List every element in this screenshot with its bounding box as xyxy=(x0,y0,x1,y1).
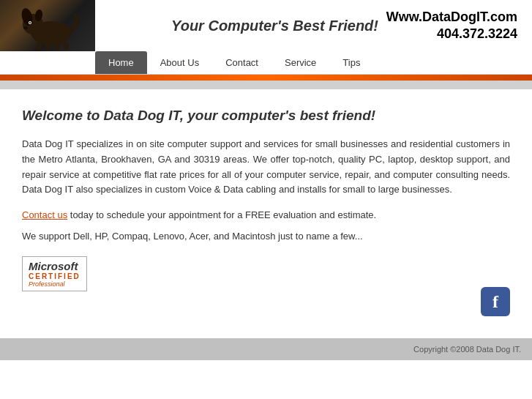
svg-rect-4 xyxy=(37,42,42,50)
header: Your Computer's Best Friend! Www.DataDog… xyxy=(0,0,532,51)
support-text: We support Dell, HP, Compaq, Lenovo, Ace… xyxy=(22,231,510,242)
microsoft-logo: Microsoft xyxy=(29,260,78,272)
ms-badge: Microsoft CERTIFIED Professional xyxy=(22,256,87,291)
gray-divider xyxy=(0,81,532,89)
svg-point-10 xyxy=(23,26,28,29)
website-text: Www.DataDogIT.com xyxy=(386,9,517,26)
contact-line-suffix: today to schedule your appointment for a… xyxy=(67,209,376,220)
footer-copyright: Copyright ©2008 Data Dog IT. xyxy=(413,345,521,354)
phone-text: 404.372.3224 xyxy=(386,26,517,42)
nav-about[interactable]: About Us xyxy=(147,51,212,74)
ms-certified-text: CERTIFIED xyxy=(29,272,80,280)
header-tagline: Your Computer's Best Friend! xyxy=(95,18,386,34)
contact-line: Contact us today to schedule your appoin… xyxy=(22,209,510,220)
dog-image xyxy=(0,0,95,51)
orange-divider xyxy=(0,75,532,81)
facebook-icon[interactable]: f xyxy=(481,287,510,316)
navigation: Home About Us Contact Service Tips xyxy=(0,51,532,75)
main-content: Welcome to Data Dog IT, your computer's … xyxy=(0,89,532,338)
nav-contact[interactable]: Contact xyxy=(212,51,271,74)
welcome-title: Welcome to Data Dog IT, your computer's … xyxy=(22,108,510,124)
nav-tips[interactable]: Tips xyxy=(329,51,373,74)
header-contact: Www.DataDogIT.com 404.372.3224 xyxy=(386,9,532,43)
nav-service[interactable]: Service xyxy=(271,51,329,74)
svg-rect-7 xyxy=(64,42,69,50)
svg-rect-6 xyxy=(55,42,60,50)
svg-point-9 xyxy=(29,22,31,23)
intro-text: Data Dog IT specializes in on site compu… xyxy=(22,137,510,198)
ms-professional-text: Professional xyxy=(29,280,80,288)
contact-link[interactable]: Contact us xyxy=(22,209,67,220)
header-logo xyxy=(0,0,95,51)
dog-silhouette xyxy=(11,2,84,50)
footer: Copyright ©2008 Data Dog IT. xyxy=(0,338,532,360)
microsoft-cert-badge: Microsoft CERTIFIED Professional xyxy=(22,256,510,291)
nav-home[interactable]: Home xyxy=(95,51,147,74)
svg-rect-5 xyxy=(45,42,50,50)
